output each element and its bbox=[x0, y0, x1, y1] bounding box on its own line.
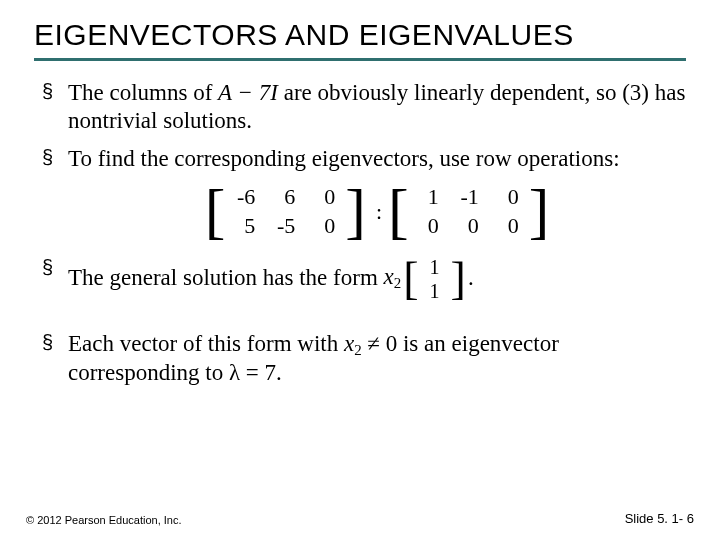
bullet-3: The general solution has the form x2 [ 1… bbox=[42, 255, 686, 304]
solution-vector: [ 1 1 ] bbox=[403, 255, 466, 304]
copyright-footer: © 2012 Pearson Education, Inc. bbox=[26, 514, 181, 526]
solution-vector-body: 1 1 bbox=[419, 255, 451, 304]
bullet-1-text-a: The columns of bbox=[68, 80, 218, 105]
row-reduction-display: [ -660 5-50 ] : [ 1-10 000 bbox=[68, 183, 686, 241]
slide-number: Slide 5. 1- 6 bbox=[625, 511, 694, 526]
bullet-4: Each vector of this form with x2 ≠ 0 is … bbox=[42, 330, 686, 387]
colon-separator: : bbox=[376, 199, 382, 226]
bullet-3-dot: . bbox=[468, 264, 474, 289]
left-bracket-icon: [ bbox=[205, 187, 226, 237]
left-bracket-icon: [ bbox=[403, 261, 418, 298]
x2-neq-0: x2 ≠ 0 bbox=[344, 331, 397, 356]
bullet-2: To find the corresponding eigenvectors, … bbox=[42, 145, 686, 241]
expr-a-minus-7i: A − 7I bbox=[218, 80, 278, 105]
bullet-list: The columns of A − 7I are obviously line… bbox=[34, 79, 686, 387]
matrix-right-body: 1-10 000 bbox=[409, 183, 529, 241]
right-bracket-icon: ] bbox=[529, 187, 550, 237]
x2-coefficient: x2 bbox=[384, 264, 402, 289]
bullet-4-text-a: Each vector of this form with bbox=[68, 331, 344, 356]
slide: EIGENVECTORS AND EIGENVALUES The columns… bbox=[0, 0, 720, 540]
matrix-right: [ 1-10 000 ] bbox=[388, 183, 549, 241]
matrix-left: [ -660 5-50 ] bbox=[205, 183, 366, 241]
right-bracket-icon: ] bbox=[345, 187, 366, 237]
bullet-4-dot: . bbox=[276, 360, 282, 385]
bullet-1: The columns of A − 7I are obviously line… bbox=[42, 79, 686, 135]
bullet-2-text: To find the corresponding eigenvectors, … bbox=[68, 146, 620, 171]
left-bracket-icon: [ bbox=[388, 187, 409, 237]
bullet-3-text-a: The general solution has the form bbox=[68, 264, 384, 289]
lambda-eq-7: λ = 7 bbox=[229, 360, 276, 385]
right-bracket-icon: ] bbox=[451, 261, 466, 298]
matrix-left-body: -660 5-50 bbox=[225, 183, 345, 241]
slide-title: EIGENVECTORS AND EIGENVALUES bbox=[34, 18, 686, 61]
